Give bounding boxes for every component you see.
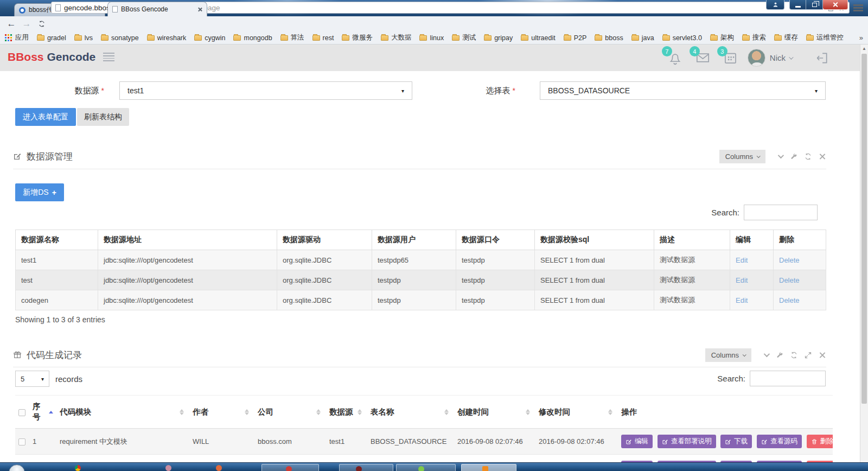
col-header[interactable]: 创建时间 — [457, 407, 489, 417]
calendar-button[interactable]: 3 — [723, 50, 738, 65]
user-menu[interactable]: Nick — [770, 53, 792, 62]
app-header: BBoss Gencode 7 4 3 Nick — [0, 44, 868, 71]
collapse-panel-icon[interactable] — [763, 351, 769, 357]
search-input[interactable] — [750, 371, 826, 386]
scroll-up-arrow-icon[interactable]: ▲ — [860, 44, 868, 53]
taskbar-open-app[interactable] — [461, 464, 516, 471]
bookmark-item[interactable]: mongodb — [233, 34, 272, 42]
col-header[interactable]: 修改时间 — [539, 407, 570, 417]
delete-link[interactable]: Delete — [779, 256, 800, 264]
bookmarks-overflow-icon[interactable]: » — [859, 34, 863, 42]
refresh-table-structure-button[interactable]: 刷新表结构 — [77, 108, 129, 126]
row-checkbox[interactable] — [18, 438, 25, 445]
refresh-panel-icon[interactable] — [790, 351, 798, 359]
bookmark-item[interactable]: ultraedit — [521, 34, 555, 42]
vertical-scrollbar[interactable]: ▲ — [860, 44, 868, 462]
edit-link[interactable]: Edit — [736, 256, 748, 264]
bookmark-item[interactable]: 搜索 — [742, 33, 766, 42]
user-avatar[interactable] — [748, 49, 765, 67]
scrollbar-thumb[interactable] — [861, 54, 867, 404]
bookmark-item[interactable]: rest — [312, 34, 334, 42]
section-title: 代码生成记录 — [27, 349, 82, 361]
col-header[interactable]: 代码模块 — [60, 407, 91, 417]
browser-tab-gencode[interactable]: BBoss Gencode — [107, 2, 207, 16]
bookmark-item[interactable]: 大数据 — [381, 33, 412, 42]
settings-wrench-icon[interactable] — [776, 351, 784, 359]
close-button[interactable] — [823, 0, 848, 10]
bookmark-label: rest — [323, 34, 334, 42]
bookmark-item[interactable]: 架构 — [710, 33, 734, 42]
taskbar-app-icon[interactable] — [165, 465, 171, 471]
maximize-button[interactable] — [806, 0, 823, 10]
taskbar-open-app[interactable] — [396, 464, 456, 471]
col-header[interactable]: 公司 — [258, 407, 273, 417]
col-header[interactable]: 作者 — [193, 407, 208, 417]
windows-taskbar[interactable] — [0, 462, 868, 471]
taskbar-app-icon[interactable] — [216, 465, 222, 471]
taskbar-open-app[interactable] — [261, 464, 319, 471]
forward-button[interactable]: → — [20, 16, 34, 31]
delete-button[interactable]: 删除 — [807, 435, 833, 448]
bookmark-item[interactable]: lvs — [74, 34, 93, 42]
bookmark-item[interactable]: wireshark — [147, 34, 187, 42]
logout-icon[interactable] — [815, 51, 829, 65]
bookmark-item[interactable]: servlet3.0 — [662, 34, 702, 42]
close-panel-icon[interactable] — [819, 352, 826, 358]
bookmark-item[interactable]: bboss — [595, 34, 623, 42]
bookmark-item[interactable]: gradel — [37, 34, 66, 42]
start-button[interactable] — [9, 464, 25, 471]
datasource-select[interactable]: test1 ▾ — [119, 81, 412, 100]
download-button[interactable]: 下载 — [720, 435, 752, 448]
view-source-button[interactable]: 查看源码 — [757, 435, 802, 448]
bookmark-label: P2P — [574, 34, 587, 42]
edit-button[interactable]: 编辑 — [621, 435, 653, 448]
bookmark-item[interactable]: 测试 — [452, 33, 476, 42]
close-panel-icon[interactable] — [819, 153, 826, 160]
minimize-button[interactable] — [789, 0, 806, 10]
reload-button[interactable] — [35, 16, 49, 31]
profile-button[interactable] — [766, 0, 784, 10]
col-header[interactable]: 序号 — [33, 402, 46, 422]
settings-wrench-icon[interactable] — [790, 152, 798, 161]
back-button[interactable]: ← — [4, 16, 18, 31]
search-input[interactable] — [744, 205, 818, 220]
edit-section-icon — [13, 152, 22, 161]
add-datasource-button[interactable]: 新增DS+ — [15, 183, 64, 201]
select-all-checkbox[interactable] — [18, 409, 25, 416]
bookmark-item[interactable]: 微服务 — [342, 33, 373, 42]
tab-close-icon[interactable] — [197, 7, 202, 12]
bookmark-item[interactable]: 算法 — [280, 33, 304, 42]
page-icon — [55, 4, 61, 11]
bookmark-item[interactable]: 运维管控 — [806, 33, 844, 42]
edit-link[interactable]: Edit — [736, 276, 748, 284]
expand-panel-icon[interactable] — [804, 351, 812, 359]
bookmark-item[interactable]: gripay — [484, 34, 513, 42]
bookmark-item[interactable]: P2P — [564, 34, 587, 42]
delete-link[interactable]: Delete — [779, 276, 800, 284]
columns-dropdown[interactable]: Columns — [705, 348, 751, 362]
bookmark-item[interactable]: sonatype — [101, 34, 139, 42]
notifications-button[interactable]: 7 — [668, 50, 682, 65]
delete-link[interactable]: Delete — [779, 296, 800, 304]
bookmark-item[interactable]: 缓存 — [774, 33, 798, 42]
app-logo[interactable]: BBoss Gencode — [8, 50, 95, 63]
bookmark-item[interactable]: cygwin — [194, 34, 225, 42]
messages-button[interactable]: 4 — [695, 50, 710, 65]
bookmark-item[interactable]: linux — [419, 34, 444, 42]
taskbar-chrome-icon[interactable] — [75, 465, 81, 471]
collapse-panel-icon[interactable] — [777, 152, 783, 158]
edit-link[interactable]: Edit — [736, 296, 748, 304]
bookmark-item[interactable]: java — [631, 34, 654, 42]
enter-form-config-button[interactable]: 进入表单配置 — [15, 108, 76, 126]
taskbar-open-app[interactable] — [339, 464, 393, 471]
table-select[interactable]: BBOSS_DATASOURCE ▾ — [540, 81, 826, 100]
sidebar-toggle-icon[interactable] — [103, 53, 114, 63]
refresh-panel-icon[interactable] — [804, 152, 812, 161]
columns-dropdown[interactable]: Columns — [719, 150, 765, 163]
chrome-menu-icon[interactable] — [853, 4, 863, 13]
view-deploy-notes-button[interactable]: 查看部署说明 — [658, 435, 716, 448]
col-header[interactable]: 数据源 — [329, 407, 353, 417]
col-header[interactable]: 表名称 — [371, 407, 394, 417]
bookmark-apps[interactable]: 应用 — [5, 33, 29, 42]
records-count-select[interactable]: 5 ▾ — [15, 371, 49, 387]
